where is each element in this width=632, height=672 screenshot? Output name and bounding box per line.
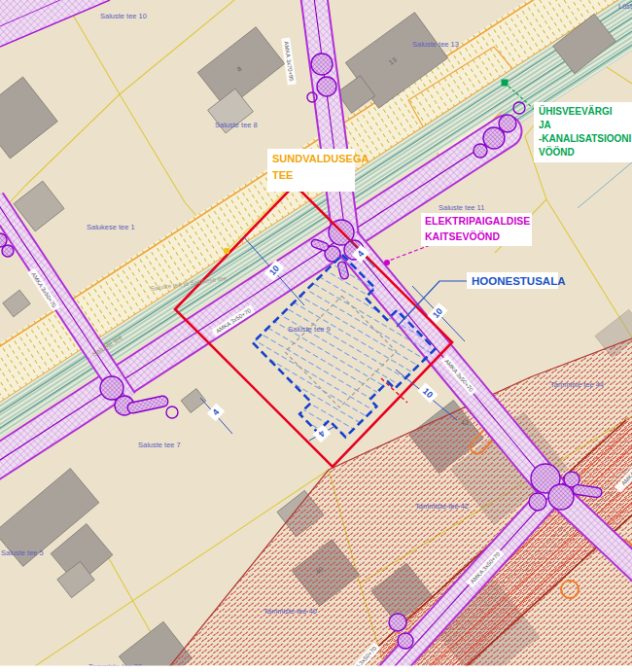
parcel-label: Tammiste tee 44 <box>550 380 604 389</box>
parcel-label: Saluste tee 8 <box>215 121 258 129</box>
water-point-marker <box>502 80 509 87</box>
callout-text: ELEKTRIPAIGALDISE <box>425 215 530 227</box>
callout-text: SUNDVALDUSEGA <box>272 153 369 164</box>
parcel-label: Saluste tee 9 <box>288 325 331 334</box>
callout-sundvaldusega-tee: SUNDVALDUSEGA TEE <box>267 149 369 192</box>
parcel-label: Saluste tee 7 <box>138 441 181 449</box>
callout-text: VÖÖND <box>539 146 575 158</box>
parcel-label: Tammiste tee 40 <box>263 607 317 616</box>
parcel-label: Saluste tee 11 <box>439 203 484 212</box>
building-number: 42 <box>461 419 469 426</box>
page-margin <box>0 666 632 672</box>
parcel-label: Salukese tee 1 <box>87 223 135 231</box>
parcel-label-partial: Lüst <box>618 2 632 11</box>
parcel-label: Saluste tee 5 <box>1 548 44 557</box>
callout-elektripaigaldis: ELEKTRIPAIGALDISE KAITSEVÖÖND <box>421 213 532 246</box>
callout-hoonestusala: HOONESTUSALA <box>467 272 565 289</box>
parcel-label: Saluste tee 13 <box>412 40 459 49</box>
site-plan-map[interactable]: 13 8 42 40 <box>0 0 632 672</box>
callout-text: -KANALISATSIOONI <box>539 133 632 144</box>
parcel-label: Tammiste tee 42 <box>415 502 469 511</box>
plan-canvas: 13 8 42 40 <box>0 0 632 672</box>
callout-text: TEE <box>272 169 293 181</box>
parcel-label: Saluste tee 10 <box>100 12 147 20</box>
callout-text: HOONESTUSALA <box>472 275 565 287</box>
road-point-marker <box>224 248 229 254</box>
callout-text: JA <box>539 120 551 130</box>
electrical-point-marker <box>384 260 390 265</box>
callout-text: KAITSEVÖÖND <box>425 230 500 242</box>
callout-veevark-zone: ÜHISVEEVÄRGI JA -KANALISATSIOONI VÖÖND <box>534 102 632 162</box>
callout-text: ÜHISVEEVÄRGI <box>539 105 613 117</box>
